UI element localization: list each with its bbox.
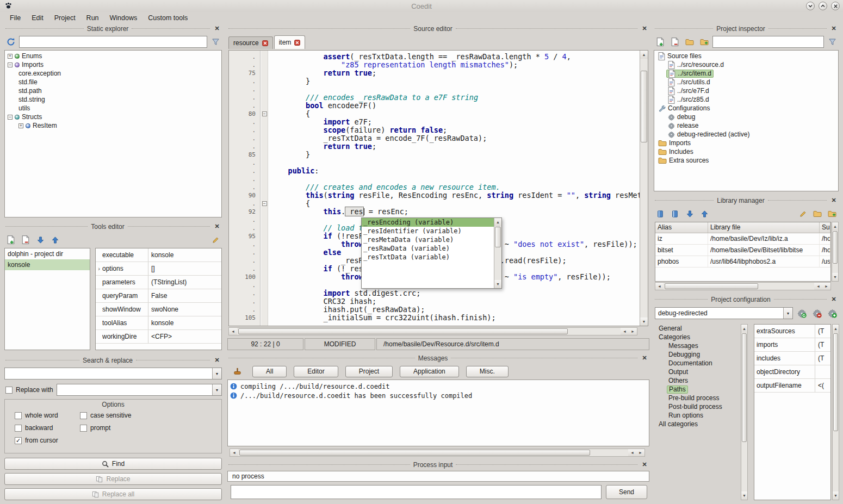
config-property-value[interactable]: (T xyxy=(815,325,830,338)
tab-close-icon[interactable] xyxy=(294,40,300,46)
scrollbar-track[interactable] xyxy=(833,333,839,491)
scroll-left-icon[interactable]: ◄ xyxy=(628,449,636,456)
project-tree-item-box[interactable]: debug xyxy=(666,113,697,121)
checkbox[interactable] xyxy=(15,425,22,432)
code-line[interactable] xyxy=(270,175,640,183)
config-property-row[interactable]: objectDirectory xyxy=(754,365,830,379)
panel-close-icon[interactable]: ✕ xyxy=(213,357,221,364)
code-line[interactable] xyxy=(270,85,640,94)
symbol-tree-item[interactable]: core.exception xyxy=(5,69,221,78)
panel-close-icon[interactable]: ✕ xyxy=(213,25,221,32)
scrollbar-track[interactable] xyxy=(664,283,814,290)
refresh-button[interactable] xyxy=(4,35,17,48)
filter-button-application[interactable]: Application xyxy=(400,366,459,377)
checkbox[interactable] xyxy=(80,425,87,432)
scrollbar-track[interactable] xyxy=(741,333,747,491)
property-row[interactable]: workingDire<CFP> xyxy=(96,330,221,344)
project-tree-item-box[interactable]: Source files xyxy=(656,52,703,60)
completion-item[interactable]: _resEncoding (variable) xyxy=(362,218,494,227)
code-line[interactable]: /// creates and encodes a new resource i… xyxy=(270,183,640,191)
symbol-tree-item[interactable]: utils xyxy=(5,104,221,113)
category-item-box[interactable]: Run options xyxy=(667,412,705,420)
category-item-box[interactable]: All categories xyxy=(657,420,699,428)
category-item[interactable]: Run options xyxy=(655,411,740,420)
menu-windows[interactable]: Windows xyxy=(104,13,143,23)
category-item[interactable]: Debugging xyxy=(655,350,740,359)
project-tree-item-box[interactable]: debug-redirected (active) xyxy=(666,130,751,139)
panel-close-icon[interactable]: ✕ xyxy=(213,223,221,230)
scroll-down-icon[interactable]: ▼ xyxy=(494,280,501,288)
tab-close-icon[interactable] xyxy=(262,40,268,46)
checkbox[interactable] xyxy=(80,412,87,419)
config-property-row[interactable]: imports(T xyxy=(754,338,830,352)
add-library-button[interactable] xyxy=(654,207,667,220)
add-folder-sources-button[interactable] xyxy=(698,35,711,48)
symbol-tree-item[interactable]: +Enums xyxy=(5,52,221,60)
completion-item[interactable]: _resMetaData (variable) xyxy=(362,235,494,244)
category-item-box[interactable]: Output xyxy=(667,368,690,376)
project-filter-input[interactable] xyxy=(712,36,824,48)
project-tree-item-box[interactable]: Imports xyxy=(656,139,692,147)
filter-options-button[interactable] xyxy=(209,35,222,48)
scroll-left-icon[interactable]: ◄ xyxy=(655,283,664,290)
open-folder-button[interactable] xyxy=(683,35,696,48)
menu-custom-tools[interactable]: Custom tools xyxy=(142,13,193,23)
category-item-box[interactable]: Others xyxy=(667,377,690,385)
column-header-library-file[interactable]: Library file xyxy=(708,222,820,233)
column-header-su[interactable]: Su xyxy=(820,222,830,233)
category-item-box[interactable]: General xyxy=(657,325,684,333)
category-item[interactable]: All categories xyxy=(655,420,740,428)
scrollbar-thumb[interactable] xyxy=(641,71,647,142)
edit-library-button[interactable] xyxy=(796,207,809,220)
code-line[interactable]: return true; xyxy=(270,142,640,151)
scroll-down-icon[interactable]: ▼ xyxy=(741,491,747,500)
code-line[interactable]: this(string resFile, ResEncoding resEnc,… xyxy=(270,191,640,200)
open-library-folder-button[interactable] xyxy=(811,207,824,220)
expander-icon[interactable]: − xyxy=(8,115,13,120)
property-value[interactable]: konsole xyxy=(148,248,221,262)
properties-scrollbar[interactable]: ▲ ▼ xyxy=(832,324,839,500)
window-shade-button[interactable] xyxy=(806,2,815,10)
scroll-right-icon[interactable]: ► xyxy=(822,283,830,290)
property-row[interactable]: ›options[] xyxy=(96,262,221,276)
tab-item[interactable]: item xyxy=(274,35,306,49)
code-line[interactable]: import e7F; xyxy=(270,118,640,126)
tool-item[interactable]: dolphin - project dir xyxy=(5,248,90,259)
add-configuration-button[interactable] xyxy=(826,307,839,320)
code-line[interactable]: } xyxy=(270,77,640,85)
property-row[interactable]: showWindowswoNone xyxy=(96,303,221,316)
move-library-up-button[interactable] xyxy=(698,207,711,220)
replace-term-combobox[interactable]: ▼ xyxy=(57,384,222,396)
scroll-down-icon[interactable]: ▼ xyxy=(640,318,648,326)
find-button[interactable]: Find xyxy=(4,458,222,470)
project-tree-item-box[interactable]: ../src/z85.d xyxy=(666,96,711,104)
category-item-box[interactable]: Documentation xyxy=(667,359,714,368)
property-value[interactable]: [] xyxy=(148,262,221,275)
scroll-right-icon[interactable]: ► xyxy=(636,449,644,456)
panel-close-icon[interactable]: ✕ xyxy=(641,354,648,362)
scrollbar-thumb[interactable] xyxy=(833,333,838,431)
expander-icon[interactable]: + xyxy=(18,123,23,128)
fold-collapse-icon[interactable]: − xyxy=(262,111,267,116)
category-item-box[interactable]: Messages xyxy=(667,342,700,350)
code-line[interactable] xyxy=(270,159,640,167)
panel-close-icon[interactable]: ✕ xyxy=(641,25,648,32)
project-tree-item-box[interactable]: ../src/resource.d xyxy=(666,61,726,69)
menu-file[interactable]: File xyxy=(4,13,26,23)
window-close-button[interactable] xyxy=(831,2,840,10)
code-line[interactable]: _initialSum = crc322uint(ihash.finish); xyxy=(270,314,640,322)
scroll-left-icon[interactable]: ◄ xyxy=(814,283,822,290)
code-line[interactable]: this._res = resEnc; xyxy=(270,208,640,216)
add-tool-button[interactable] xyxy=(4,233,17,246)
project-tree-item[interactable]: ../src/item.d xyxy=(654,69,838,78)
option-backward[interactable]: backward xyxy=(15,424,80,432)
library-row[interactable]: phobos/usr/lib64/libphobos2.a/us xyxy=(655,256,830,267)
panel-close-icon[interactable]: ✕ xyxy=(641,461,648,468)
scroll-up-icon[interactable]: ▲ xyxy=(640,51,648,59)
symbol-tree-item[interactable]: −Imports xyxy=(5,60,221,69)
edit-tool-button[interactable] xyxy=(209,233,222,246)
scroll-right-icon[interactable]: ► xyxy=(629,328,637,335)
project-tree-item[interactable]: ../src/z85.d xyxy=(654,95,838,104)
scroll-left-icon[interactable]: ◄ xyxy=(229,328,237,335)
panel-close-icon[interactable]: ✕ xyxy=(830,296,838,303)
